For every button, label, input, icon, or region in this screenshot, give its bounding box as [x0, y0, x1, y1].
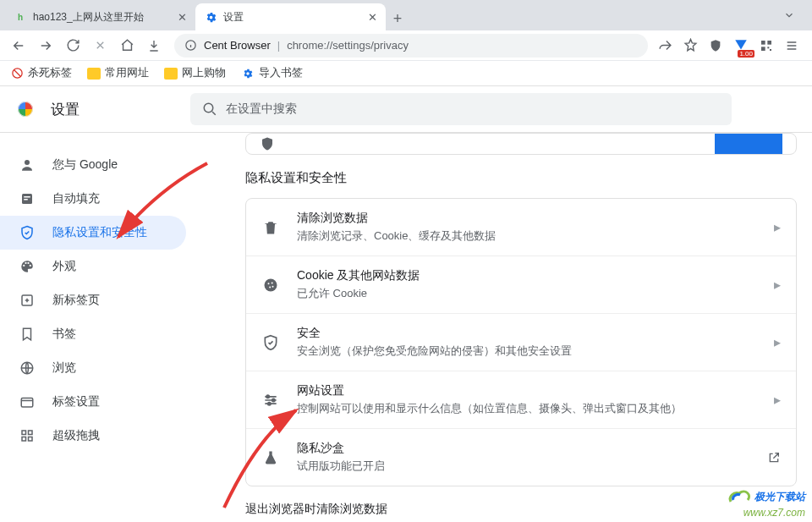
hao123-favicon: h	[14, 10, 27, 24]
bookmark-icon	[19, 326, 36, 343]
url-path: chrome://settings/privacy	[287, 39, 409, 52]
window-caret-icon[interactable]	[783, 9, 795, 21]
shield-check-icon	[261, 333, 280, 352]
svg-point-26	[268, 402, 271, 404]
palette-icon	[19, 258, 36, 275]
external-link-icon	[767, 451, 781, 464]
gear-icon	[241, 67, 255, 80]
close-icon[interactable]: ✕	[368, 11, 377, 24]
settings-search-input[interactable]: 在设置中搜索	[190, 93, 732, 125]
row-site-settings[interactable]: 网站设置控制网站可以使用和显示什么信息（如位置信息、摄像头、弹出式窗口及其他） …	[246, 371, 796, 429]
sidebar-item-appearance[interactable]: 外观	[0, 250, 186, 283]
drag-icon	[19, 427, 36, 444]
svg-point-19	[265, 278, 277, 291]
sidebar-item-label: 书签	[52, 327, 76, 342]
tab-title: hao123_上网从这里开始	[33, 10, 144, 25]
svg-rect-1	[761, 41, 765, 45]
globe-icon	[19, 360, 36, 376]
sidebar-item-label: 隐私设置和安全性	[52, 225, 147, 240]
qr-icon[interactable]	[758, 37, 775, 54]
person-icon	[19, 157, 36, 173]
row-cookies[interactable]: Cookie 及其他网站数据已允许 Cookie ▸	[246, 256, 796, 314]
sidebar-item-label: 您与 Google	[52, 157, 118, 173]
svg-rect-3	[761, 47, 765, 51]
cookie-icon	[261, 276, 280, 294]
row-security[interactable]: 安全安全浏览（保护您免受危险网站的侵害）和其他安全设置 ▸	[246, 314, 796, 371]
browser-tab-hao123[interactable]: h hao123_上网从这里开始 ✕	[5, 3, 195, 30]
svg-rect-15	[22, 431, 26, 435]
reload-button[interactable]	[61, 34, 85, 58]
new-tab-button[interactable]: +	[386, 7, 409, 30]
tab-title: 设置	[223, 10, 244, 25]
sidebar-item-label: 自动填充	[52, 191, 100, 206]
svg-rect-5	[770, 49, 771, 51]
sidebar-item-super-drag[interactable]: 超级拖拽	[0, 419, 186, 453]
download-badge: 1.00	[738, 50, 754, 58]
flask-icon	[261, 448, 280, 467]
svg-point-25	[272, 398, 275, 401]
download-button[interactable]	[142, 34, 166, 58]
banner-card	[245, 133, 797, 155]
sidebar-item-autofill[interactable]: 自动填充	[0, 182, 186, 216]
bookmark-kill-tabs[interactable]: 杀死标签	[10, 66, 72, 80]
address-bar[interactable]: Cent Browser | chrome://settings/privacy	[174, 34, 648, 58]
bookmarks-bar: 杀死标签 常用网址 网上购物 导入书签	[0, 61, 812, 86]
row-clear-browsing-data[interactable]: 清除浏览数据清除浏览记录、Cookie、缓存及其他数据 ▸	[246, 199, 796, 256]
settings-sidebar: 您与 Google 自动填充 隐私设置和安全性 外观 新标签页 书签 浏览 标	[0, 133, 201, 522]
sliders-icon	[261, 391, 280, 409]
autofill-icon	[19, 190, 36, 207]
sidebar-item-label: 标签设置	[52, 394, 100, 409]
forward-button[interactable]	[34, 34, 58, 58]
url-divider: |	[277, 39, 280, 52]
folder-icon	[87, 68, 101, 80]
banner-button[interactable]	[715, 133, 782, 155]
svg-rect-18	[29, 437, 33, 442]
close-icon[interactable]: ✕	[178, 11, 187, 24]
back-button[interactable]	[7, 34, 30, 58]
share-icon[interactable]	[656, 37, 673, 54]
privacy-card: 清除浏览数据清除浏览记录、Cookie、缓存及其他数据 ▸ Cookie 及其他…	[245, 198, 797, 486]
sidebar-item-you-and-google[interactable]: 您与 Google	[0, 148, 186, 182]
sidebar-item-browsing[interactable]: 浏览	[0, 351, 186, 385]
section-title: 隐私设置和安全性	[245, 170, 812, 186]
bookmark-import[interactable]: 导入书签	[241, 66, 303, 80]
sidebar-item-privacy[interactable]: 隐私设置和安全性	[0, 216, 186, 250]
download-manager-icon[interactable]: 1.00	[732, 37, 749, 54]
sidebar-item-label: 超级拖拽	[52, 428, 100, 443]
stop-button[interactable]	[88, 34, 112, 58]
settings-body: 您与 Google 自动填充 隐私设置和安全性 外观 新标签页 书签 浏览 标	[0, 133, 812, 522]
shield-icon	[260, 136, 275, 151]
info-icon	[184, 39, 197, 52]
bookmark-folder-common[interactable]: 常用网址	[87, 66, 149, 80]
chevron-right-icon: ▸	[774, 277, 781, 293]
svg-rect-11	[24, 199, 28, 201]
home-button[interactable]	[115, 34, 139, 58]
menu-icon[interactable]	[783, 37, 800, 54]
folder-icon	[164, 68, 178, 80]
trash-icon	[261, 218, 280, 237]
sidebar-item-tab-settings[interactable]: 标签设置	[0, 385, 186, 419]
bookmark-star-icon[interactable]	[682, 37, 699, 54]
page-title: 设置	[51, 100, 80, 119]
svg-point-7	[204, 103, 213, 113]
shield-extension-icon[interactable]	[707, 37, 724, 54]
sidebar-item-label: 外观	[52, 259, 76, 274]
svg-rect-4	[767, 47, 769, 48]
svg-rect-10	[24, 196, 30, 198]
sidebar-item-bookmarks[interactable]: 书签	[0, 317, 186, 351]
watermark: 极光下载站 www.xz7.com	[727, 488, 805, 519]
chrome-logo-icon	[15, 99, 36, 119]
sidebar-item-label: 浏览	[52, 360, 76, 376]
sidebar-item-newtab[interactable]: 新标签页	[0, 283, 186, 317]
tab-icon	[19, 393, 36, 410]
browser-tab-settings[interactable]: 设置 ✕	[195, 3, 386, 30]
chevron-right-icon: ▸	[774, 219, 781, 235]
svg-point-20	[268, 283, 270, 284]
svg-point-22	[269, 286, 271, 288]
sidebar-item-label: 新标签页	[52, 293, 100, 308]
row-privacy-sandbox[interactable]: 隐私沙盒试用版功能已开启	[246, 429, 796, 486]
url-site: Cent Browser	[204, 39, 271, 52]
bookmark-folder-shopping[interactable]: 网上购物	[164, 66, 226, 80]
url-bar: Cent Browser | chrome://settings/privacy…	[0, 30, 812, 61]
shield-icon	[19, 224, 36, 241]
